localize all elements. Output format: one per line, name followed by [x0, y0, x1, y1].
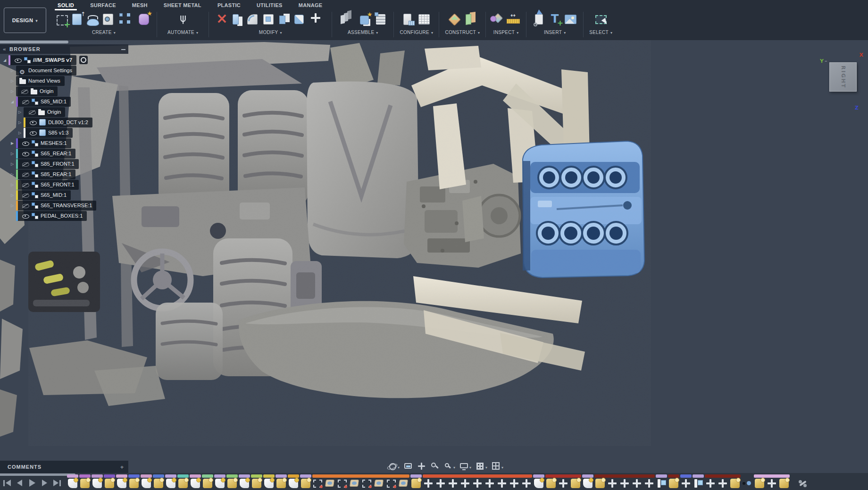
timeline-feature-m[interactable]: [717, 474, 728, 488]
group-label-construct[interactable]: CONSTRUCT: [445, 30, 480, 35]
feature-icon-g[interactable]: [755, 479, 764, 488]
model-viewport[interactable]: RIGHT YXZ BROWSER ◢///M_SWAPS v7▷Documen…: [0, 40, 868, 473]
feature-icon-sel[interactable]: [362, 480, 371, 488]
expand-arrow[interactable]: ▷: [9, 152, 15, 156]
expand-arrow[interactable]: ▷: [9, 193, 15, 197]
feature-icon-w[interactable]: [166, 479, 175, 488]
timeline-step-forward-button[interactable]: [40, 478, 49, 488]
timeline-feature-w[interactable]: [67, 474, 78, 488]
timeline-play-button[interactable]: [27, 478, 37, 488]
browser-item-named-views[interactable]: ▷Named Views: [0, 76, 128, 86]
feature-icon-m[interactable]: [448, 479, 458, 488]
form-icon[interactable]: [139, 14, 149, 25]
feature-icon-g[interactable]: [779, 479, 789, 488]
new-component-icon[interactable]: [360, 16, 369, 25]
tab-mesh[interactable]: MESH: [131, 1, 149, 9]
timeline-feature-w[interactable]: [239, 474, 250, 488]
browser-item-s85-mid-1[interactable]: ◢S85_MID:1: [0, 96, 128, 107]
visibility-on-icon[interactable]: [29, 119, 37, 126]
feature-icon-sel[interactable]: [387, 480, 396, 488]
feature-icon-w[interactable]: [264, 479, 274, 488]
feature-icon-w[interactable]: [191, 479, 200, 488]
timeline-feature-w[interactable]: [190, 474, 201, 488]
timeline-feature-m[interactable]: [607, 474, 618, 488]
feature-icon-g[interactable]: [154, 479, 163, 488]
feature-icon-m[interactable]: [767, 479, 776, 488]
visibility-off-icon[interactable]: [22, 202, 29, 209]
feature-icon-m[interactable]: [706, 479, 715, 488]
expand-arrow[interactable]: ▷: [9, 203, 15, 208]
viewcube[interactable]: RIGHT: [829, 62, 857, 92]
timeline-feature-g[interactable]: [104, 474, 115, 488]
dropdown-caret[interactable]: [485, 462, 487, 471]
create-sketch-icon[interactable]: [57, 15, 68, 25]
automate-node-icon[interactable]: [176, 12, 190, 26]
viewcube-face-label[interactable]: RIGHT: [840, 66, 846, 88]
group-label-automate[interactable]: AUTOMATE: [167, 30, 198, 35]
fillet-icon[interactable]: [247, 14, 258, 25]
orbit-tool[interactable]: [388, 462, 400, 471]
timeline-feature-m[interactable]: [459, 474, 471, 488]
timeline-skip-start-button[interactable]: [3, 478, 12, 488]
feature-icon-g[interactable]: [595, 479, 605, 488]
feature-icon-w[interactable]: [583, 479, 593, 488]
feature-icon-m[interactable]: [473, 479, 482, 488]
timeline-feature-m[interactable]: [680, 474, 692, 488]
grid-tool[interactable]: [476, 462, 487, 471]
timeline-skip-end-button[interactable]: [52, 478, 61, 488]
feature-icon-m[interactable]: [424, 479, 433, 488]
feature-icon-w[interactable]: [142, 479, 151, 488]
timeline-feature-w[interactable]: [116, 474, 127, 488]
feature-icon-g[interactable]: [129, 479, 139, 488]
construction-plane-icon[interactable]: [448, 13, 461, 26]
feature-icon-g[interactable]: [669, 479, 678, 488]
visibility-off-icon[interactable]: [28, 109, 36, 116]
insert-text-icon[interactable]: [548, 12, 562, 26]
tab-manage[interactable]: MANAGE: [298, 1, 324, 9]
feature-icon-sel[interactable]: [338, 480, 347, 488]
timeline-feature-g[interactable]: [570, 474, 581, 488]
visibility-off-icon[interactable]: [22, 98, 29, 105]
timeline-feature-g[interactable]: [251, 474, 262, 488]
visibility-off-icon[interactable]: [22, 171, 29, 178]
expand-arrow[interactable]: ▶: [9, 141, 15, 145]
timeline-feature-m[interactable]: [521, 474, 532, 488]
expand-arrow[interactable]: ▷: [9, 183, 15, 187]
viewports-tool[interactable]: [492, 462, 503, 471]
zoom-tool[interactable]: [430, 462, 439, 471]
timeline-feature-g[interactable]: [410, 474, 422, 488]
feature-icon-g[interactable]: [571, 479, 580, 488]
pan-tool[interactable]: [417, 462, 426, 471]
delete-icon[interactable]: [215, 12, 229, 26]
timeline-feature-g[interactable]: [545, 474, 557, 488]
feature-icon-g[interactable]: [178, 479, 188, 488]
press-pull-icon[interactable]: [233, 14, 239, 25]
timeline-feature-dot[interactable]: [742, 474, 753, 488]
timeline-feature-mesh[interactable]: [325, 474, 336, 487]
display-settings-tool[interactable]: [459, 462, 471, 471]
visibility-on-icon[interactable]: [14, 57, 22, 64]
browser-item-s65-transverse-1[interactable]: ▷S65_TRANSVERSE:1: [0, 200, 128, 211]
visibility-on-icon[interactable]: [22, 140, 29, 147]
browser-item-pedal-boxes-1[interactable]: PEDAL_BOXES:1: [0, 211, 128, 221]
visibility-on-icon[interactable]: [22, 150, 29, 157]
feature-icon-m[interactable]: [509, 479, 519, 488]
feature-icon-m[interactable]: [632, 479, 642, 488]
feature-icon-m[interactable]: [522, 479, 531, 488]
tab-sheet-metal[interactable]: SHEET METAL: [163, 1, 202, 9]
look-at-tool[interactable]: [404, 462, 413, 471]
timeline-feature-sel[interactable]: [312, 474, 324, 488]
browser-item-s85-rear-1[interactable]: ▷S85_REAR:1: [0, 169, 128, 179]
shell-icon[interactable]: [263, 14, 274, 25]
feature-icon-m[interactable]: [718, 479, 727, 488]
feature-icon-w[interactable]: [240, 479, 249, 488]
expand-arrow[interactable]: ▷: [17, 131, 23, 135]
timeline-feature-mesh[interactable]: [349, 474, 360, 487]
feature-icon-w[interactable]: [92, 479, 102, 488]
tab-solid[interactable]: SOLID: [57, 1, 75, 9]
collapse-panel-icon[interactable]: [0, 46, 9, 52]
browser-item-origin[interactable]: ▷Origin: [0, 107, 128, 117]
feature-icon-mesh[interactable]: [325, 480, 334, 487]
group-label-insert[interactable]: INSERT: [544, 30, 566, 35]
offset-plane-icon[interactable]: [466, 14, 471, 25]
